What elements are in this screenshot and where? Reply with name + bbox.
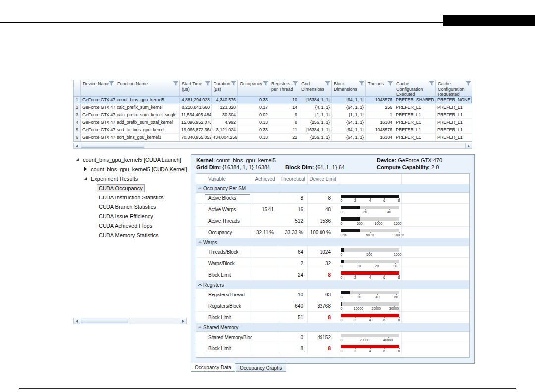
occupancy-row[interactable]: Shared Memory/Block04915202000040000 [196,332,469,343]
tab-occupancy-graphs[interactable]: Occupancy Graphs [236,364,286,372]
scroll-right-button[interactable] [465,143,472,148]
tree-item[interactable]: CUDA Branch Statistics [73,202,190,211]
cell-variable[interactable]: Block Limit [203,312,252,323]
filter-icon[interactable] [205,81,210,86]
occupancy-row[interactable]: Block Limit8802468 [196,343,469,354]
occupancy-row[interactable]: Threads/Block64102405001000 [196,246,469,258]
cell-variable[interactable]: Active Warps [203,204,252,215]
filter-icon[interactable] [359,81,364,86]
filter-icon[interactable] [231,81,236,86]
cell-graph: 02000040000 [338,332,402,343]
tree-item[interactable]: CUDA Achieved Flops [73,221,190,230]
column-header-threads[interactable]: Threads [366,80,394,96]
collapse-section-icon[interactable] [196,282,203,288]
occupancy-row[interactable]: Registers/Thread10630204060 [196,289,469,300]
column-header-block[interactable]: Block Dimensions [332,80,366,96]
row-spacer [196,204,203,215]
section-title: Registers [203,282,224,288]
kernel-table-hscrollbar[interactable] [73,143,472,149]
occupancy-row[interactable]: Block Limit24802468 [196,269,469,281]
tree-item[interactable]: count_bins_gpu_kernel5 [CUDA Launch] [73,155,190,164]
cell-variable[interactable]: Block Limit [203,343,252,354]
column-header-duration[interactable]: Duration (μs) [212,80,238,96]
colhead-theoretical[interactable]: Theoretical [278,174,308,184]
kernel-row-2[interactable]: 2GeForce GTX 470calc_prefix_sum_kernel8,… [74,104,472,111]
cell-variable[interactable]: Shared Memory/Block [203,332,252,343]
collapse-section-icon[interactable] [196,186,203,191]
tree-item[interactable]: CUDA Occupancy [73,183,190,193]
tree-item[interactable]: Experiment Results [73,174,190,183]
scrollbar-thumb[interactable] [81,319,128,323]
cell-variable[interactable]: Occupancy [203,227,252,238]
collapse-section-icon[interactable] [196,240,203,245]
cell-achieved: 32.11 % [252,227,278,238]
kernel-field: Kernel: count_bins_gpu_kernel5 [196,157,276,163]
filter-icon[interactable] [293,81,298,86]
colhead-graph [338,174,402,184]
cell-variable[interactable]: Registers/Thread [203,289,252,300]
filter-icon[interactable] [173,81,178,86]
occupancy-row[interactable]: Occupancy32.11 %33.33 %100.00 %0 %50 %10… [196,227,469,238]
scrollbar-track[interactable] [80,143,465,148]
column-header-function[interactable]: Function Name [115,80,180,96]
cell-variable[interactable]: Active Threads [203,215,252,226]
cell-duration: 30.304 [212,111,238,118]
occupancy-row[interactable]: Block Limit51802468 [196,312,469,323]
kernel-row-4[interactable]: 4GeForce GTX 470add_prefix_sum_total_ker… [74,119,472,126]
column-header-cache_exec[interactable]: Cache Configuration Executed [394,80,436,96]
scrollbar-thumb[interactable] [81,144,144,148]
scroll-left-button[interactable] [74,143,80,148]
occupancy-row[interactable]: Active Blocks8802468 [196,193,469,204]
tree-collapsed-icon[interactable] [82,166,89,172]
tree-hscrollbar[interactable] [73,318,187,324]
kernel-row-3[interactable]: 3GeForce GTX 470calc_prefix_sum_kernel_s… [74,111,472,119]
tab-occupancy-data[interactable]: Occupancy Data [191,363,235,372]
cell-variable[interactable]: Registers/Block [203,300,252,311]
cell-variable[interactable]: Block Limit [203,269,252,280]
collapse-section-icon[interactable] [196,325,203,330]
cell-variable[interactable]: Active Blocks [203,193,252,203]
tree-item[interactable]: CUDA Issue Efficiency [73,211,190,221]
column-header-device[interactable]: Device Name [81,80,115,96]
column-header-occupancy[interactable]: Occupancy [238,80,269,96]
tree-item-label: CUDA Occupancy [97,184,145,192]
section-header[interactable]: Occupancy Per SM [196,184,469,193]
tick-label: 4 [369,318,371,322]
column-header-registers[interactable]: Registers per Thread [269,80,299,96]
colhead-achieved[interactable]: Achieved [252,174,278,184]
occupancy-row[interactable]: Active Threads5121536050010001500 [196,215,469,227]
kernel-row-6[interactable]: 6GeForce GTX 470sort_bins_gpu_kernel370,… [74,134,472,141]
cell-variable[interactable]: Warps/Block [203,258,252,269]
occupancy-row[interactable]: Registers/Block640327680100002000030000 [196,300,469,312]
filter-icon[interactable] [109,81,114,86]
tree-expanded-icon[interactable] [82,175,89,182]
colhead-variable[interactable]: Variable [203,174,252,184]
tree-item[interactable]: count_bins_gpu_kernel5 [CUDA Kernel] [73,164,190,174]
filter-icon[interactable] [388,81,393,86]
tree-expanded-icon[interactable] [74,156,81,163]
colhead-device-limit[interactable]: Device Limit [308,174,338,184]
kernel-row-5[interactable]: 5GeForce GTX 470sort_to_bins_gpu_kernel1… [74,126,472,134]
column-header-cache_req[interactable]: Cache Configuration Requested [436,80,472,96]
occupancy-row[interactable]: Warps/Block2320102030 [196,258,469,269]
filter-icon[interactable] [429,81,434,86]
section-header[interactable]: Shared Memory [196,323,469,332]
tree-item[interactable]: CUDA Memory Statistics [73,230,190,240]
row-number: 4 [74,119,81,126]
device-value: GeForce GTX 470 [398,157,442,163]
filter-icon[interactable] [466,81,471,86]
tree-item[interactable]: CUDA Instruction Statistics [73,193,190,202]
filter-icon[interactable] [325,81,330,86]
cell-variable[interactable]: Threads/Block [203,246,252,257]
column-header-start[interactable]: Start Time (μs) [180,80,212,96]
filter-icon[interactable] [263,81,268,86]
scroll-left-button[interactable] [74,318,80,324]
scroll-right-button[interactable] [180,318,186,324]
column-header-grid[interactable]: Grid Dimensions [299,80,332,96]
cell-registers: 22 [269,134,299,141]
scrollbar-track[interactable] [80,318,180,324]
occupancy-row[interactable]: Active Warps15.41164802040 [196,204,469,215]
section-header[interactable]: Registers [196,281,469,289]
kernel-row-1[interactable]: 1GeForce GTX 470count_bins_gpu_kernel54,… [74,97,472,104]
section-header[interactable]: Warps [196,238,469,246]
